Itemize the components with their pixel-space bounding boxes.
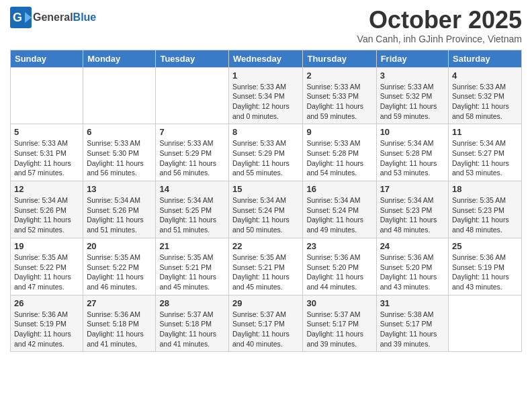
- calendar-cell: 29Sunrise: 5:37 AM Sunset: 5:17 PM Dayli…: [229, 295, 303, 352]
- day-info: Sunrise: 5:37 AM Sunset: 5:17 PM Dayligh…: [306, 310, 372, 349]
- calendar-cell: 26Sunrise: 5:36 AM Sunset: 5:19 PM Dayli…: [11, 295, 83, 352]
- calendar-cell: 17Sunrise: 5:34 AM Sunset: 5:23 PM Dayli…: [376, 181, 448, 238]
- day-info: Sunrise: 5:33 AM Sunset: 5:32 PM Dayligh…: [380, 82, 445, 122]
- day-info: Sunrise: 5:33 AM Sunset: 5:30 PM Dayligh…: [87, 138, 152, 178]
- day-info: Sunrise: 5:33 AM Sunset: 5:29 PM Dayligh…: [232, 138, 299, 178]
- calendar-cell: 19Sunrise: 5:35 AM Sunset: 5:22 PM Dayli…: [11, 238, 83, 295]
- calendar-cell: 20Sunrise: 5:35 AM Sunset: 5:22 PM Dayli…: [83, 238, 156, 295]
- day-info: Sunrise: 5:36 AM Sunset: 5:18 PM Dayligh…: [87, 310, 152, 349]
- day-number: 25: [452, 241, 518, 251]
- calendar-cell: 16Sunrise: 5:34 AM Sunset: 5:24 PM Dayli…: [303, 181, 376, 238]
- calendar-cell: 23Sunrise: 5:36 AM Sunset: 5:20 PM Dayli…: [303, 238, 376, 295]
- calendar-week-row: 1Sunrise: 5:33 AM Sunset: 5:34 PM Daylig…: [11, 67, 522, 124]
- calendar-table: SundayMondayTuesdayWednesdayThursdayFrid…: [10, 50, 522, 353]
- day-number: 9: [306, 127, 372, 137]
- day-info: Sunrise: 5:34 AM Sunset: 5:28 PM Dayligh…: [380, 138, 445, 178]
- day-info: Sunrise: 5:34 AM Sunset: 5:24 PM Dayligh…: [232, 195, 299, 235]
- day-info: Sunrise: 5:35 AM Sunset: 5:21 PM Dayligh…: [159, 253, 225, 292]
- weekday-header-tuesday: Tuesday: [156, 50, 229, 67]
- calendar-cell: 8Sunrise: 5:33 AM Sunset: 5:29 PM Daylig…: [229, 124, 303, 181]
- weekday-header-wednesday: Wednesday: [229, 50, 303, 67]
- calendar-cell: [83, 67, 156, 124]
- day-info: Sunrise: 5:38 AM Sunset: 5:17 PM Dayligh…: [380, 310, 445, 349]
- day-info: Sunrise: 5:35 AM Sunset: 5:22 PM Dayligh…: [14, 253, 79, 292]
- day-number: 21: [159, 241, 225, 251]
- day-info: Sunrise: 5:33 AM Sunset: 5:32 PM Dayligh…: [452, 82, 518, 122]
- day-info: Sunrise: 5:33 AM Sunset: 5:34 PM Dayligh…: [232, 82, 299, 122]
- calendar-cell: 5Sunrise: 5:33 AM Sunset: 5:31 PM Daylig…: [11, 124, 83, 181]
- day-number: 27: [87, 298, 152, 308]
- day-number: 18: [452, 184, 518, 194]
- weekday-header-friday: Friday: [376, 50, 448, 67]
- calendar-week-row: 26Sunrise: 5:36 AM Sunset: 5:19 PM Dayli…: [11, 295, 522, 352]
- title-area: October 2025 Van Canh, inh GJinh Provinc…: [357, 7, 522, 44]
- calendar-cell: 11Sunrise: 5:34 AM Sunset: 5:27 PM Dayli…: [449, 124, 522, 181]
- day-info: Sunrise: 5:36 AM Sunset: 5:20 PM Dayligh…: [306, 253, 372, 292]
- day-number: 20: [87, 241, 152, 251]
- day-number: 6: [87, 127, 152, 137]
- day-info: Sunrise: 5:37 AM Sunset: 5:18 PM Dayligh…: [159, 310, 225, 349]
- weekday-header-thursday: Thursday: [303, 50, 376, 67]
- day-number: 8: [232, 127, 299, 137]
- month-title: October 2025: [357, 7, 522, 34]
- calendar-cell: 4Sunrise: 5:33 AM Sunset: 5:32 PM Daylig…: [449, 67, 522, 124]
- day-number: 4: [452, 71, 518, 81]
- day-number: 30: [306, 298, 372, 308]
- weekday-header-monday: Monday: [83, 50, 156, 67]
- day-info: Sunrise: 5:34 AM Sunset: 5:24 PM Dayligh…: [306, 195, 372, 235]
- calendar-cell: [156, 67, 229, 124]
- day-info: Sunrise: 5:33 AM Sunset: 5:28 PM Dayligh…: [306, 138, 372, 178]
- day-number: 29: [232, 298, 299, 308]
- day-number: 19: [14, 241, 79, 251]
- calendar-cell: 14Sunrise: 5:34 AM Sunset: 5:25 PM Dayli…: [156, 181, 229, 238]
- day-number: 13: [87, 184, 152, 194]
- day-number: 15: [232, 184, 299, 194]
- day-number: 10: [380, 127, 445, 137]
- location-subtitle: Van Canh, inh GJinh Province, Vietnam: [357, 34, 522, 44]
- day-info: Sunrise: 5:34 AM Sunset: 5:27 PM Dayligh…: [452, 138, 518, 178]
- day-info: Sunrise: 5:36 AM Sunset: 5:19 PM Dayligh…: [452, 253, 518, 292]
- weekday-header-saturday: Saturday: [449, 50, 522, 67]
- calendar-cell: 6Sunrise: 5:33 AM Sunset: 5:30 PM Daylig…: [83, 124, 156, 181]
- calendar-cell: 10Sunrise: 5:34 AM Sunset: 5:28 PM Dayli…: [376, 124, 448, 181]
- day-info: Sunrise: 5:34 AM Sunset: 5:25 PM Dayligh…: [159, 195, 225, 235]
- day-number: 14: [159, 184, 225, 194]
- day-info: Sunrise: 5:34 AM Sunset: 5:26 PM Dayligh…: [87, 195, 152, 235]
- calendar-cell: 7Sunrise: 5:33 AM Sunset: 5:29 PM Daylig…: [156, 124, 229, 181]
- day-number: 3: [380, 71, 445, 81]
- calendar-cell: 2Sunrise: 5:33 AM Sunset: 5:33 PM Daylig…: [303, 67, 376, 124]
- calendar-header-row: SundayMondayTuesdayWednesdayThursdayFrid…: [11, 50, 522, 67]
- day-number: 1: [232, 71, 299, 81]
- calendar-cell: 18Sunrise: 5:35 AM Sunset: 5:23 PM Dayli…: [449, 181, 522, 238]
- day-number: 31: [380, 298, 445, 308]
- day-info: Sunrise: 5:36 AM Sunset: 5:19 PM Dayligh…: [14, 310, 79, 349]
- calendar-week-row: 19Sunrise: 5:35 AM Sunset: 5:22 PM Dayli…: [11, 238, 522, 295]
- calendar-cell: 12Sunrise: 5:34 AM Sunset: 5:26 PM Dayli…: [11, 181, 83, 238]
- logo: G General Blue: [10, 7, 96, 28]
- calendar-cell: 22Sunrise: 5:35 AM Sunset: 5:21 PM Dayli…: [229, 238, 303, 295]
- calendar-cell: 9Sunrise: 5:33 AM Sunset: 5:28 PM Daylig…: [303, 124, 376, 181]
- calendar-cell: 27Sunrise: 5:36 AM Sunset: 5:18 PM Dayli…: [83, 295, 156, 352]
- calendar-cell: 13Sunrise: 5:34 AM Sunset: 5:26 PM Dayli…: [83, 181, 156, 238]
- day-info: Sunrise: 5:33 AM Sunset: 5:33 PM Dayligh…: [306, 82, 372, 122]
- day-number: 5: [14, 127, 79, 137]
- svg-text:G: G: [13, 11, 22, 24]
- day-number: 2: [306, 71, 372, 81]
- calendar-cell: 1Sunrise: 5:33 AM Sunset: 5:34 PM Daylig…: [229, 67, 303, 124]
- day-number: 28: [159, 298, 225, 308]
- day-number: 26: [14, 298, 79, 308]
- calendar-cell: 21Sunrise: 5:35 AM Sunset: 5:21 PM Dayli…: [156, 238, 229, 295]
- day-number: 17: [380, 184, 445, 194]
- logo-blue-text: Blue: [73, 11, 97, 24]
- logo-general-text: General: [33, 11, 73, 24]
- calendar-cell: 3Sunrise: 5:33 AM Sunset: 5:32 PM Daylig…: [376, 67, 448, 124]
- calendar-cell: [449, 295, 522, 352]
- calendar-cell: 28Sunrise: 5:37 AM Sunset: 5:18 PM Dayli…: [156, 295, 229, 352]
- day-info: Sunrise: 5:33 AM Sunset: 5:29 PM Dayligh…: [159, 138, 225, 178]
- day-info: Sunrise: 5:34 AM Sunset: 5:23 PM Dayligh…: [380, 195, 445, 235]
- header: G General Blue October 2025 Van Canh, in…: [10, 7, 522, 44]
- day-info: Sunrise: 5:37 AM Sunset: 5:17 PM Dayligh…: [232, 310, 299, 349]
- day-info: Sunrise: 5:33 AM Sunset: 5:31 PM Dayligh…: [14, 138, 79, 178]
- day-number: 23: [306, 241, 372, 251]
- day-number: 11: [452, 127, 518, 137]
